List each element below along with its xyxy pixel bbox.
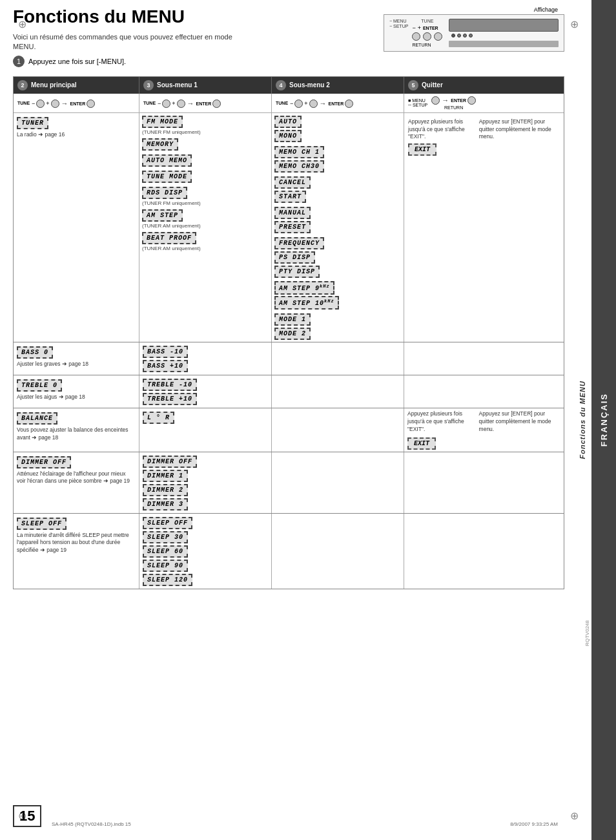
sleep-lcd: SLEEP OFF: [17, 518, 67, 530]
bass-col3: [272, 342, 404, 375]
header-area: Fonctions du MENU Voici un résumé des co…: [13, 6, 564, 72]
col1-header: 2 Menu principal: [14, 77, 139, 94]
sleep-col3: [272, 514, 404, 589]
tuner-am-step: AM STEP (TUNER AM uniquement): [142, 208, 269, 229]
balance-quitter-split: Appuyez plusieurs fois jusqu'à ce que s'…: [407, 410, 560, 434]
col3-label: Sous-menu 2: [289, 81, 330, 89]
col4-label: Quitter: [422, 81, 443, 89]
tuner-quitter: Appuyez plusieurs fois jusqu'à ce que s'…: [404, 113, 564, 342]
headers-row: 2 Menu principal 3 Sous-menu 1 4 Sous-me…: [14, 77, 564, 94]
exit-lcd-2: EXIT: [407, 437, 436, 450]
bass-desc: Ajuster les graves ➜ page 18: [17, 361, 136, 368]
col4-num: 5: [408, 80, 418, 90]
quitter-right: Appuyez sur [ENTER] pour quitter complèt…: [479, 118, 560, 158]
tuner-automemo-sub: CANCEL START: [274, 175, 401, 204]
sleep-col4: [404, 514, 564, 589]
side-tab-text: FRANÇAIS: [599, 393, 609, 446]
device-section: Affichage − MENU − SETUP TUNE − +: [384, 6, 564, 52]
sleep-desc: La minuterie d'arrêt différé SLEEP peut …: [17, 532, 136, 554]
footer-left: SA-HR45 (RQTV0248-1D).indb 15: [52, 821, 131, 827]
page-title: Fonctions du MENU: [13, 6, 384, 27]
balance-quitter: Appuyez plusieurs fois jusqu'à ce que s'…: [404, 408, 564, 452]
crosshair-tr: ⊕: [570, 18, 579, 30]
col4-controls: ■ MENU ─ SETUP → ENTER RETURN: [404, 94, 564, 112]
bass-section: BASS 0 Ajuster les graves ➜ page 18 BASS…: [14, 342, 564, 375]
treble-col3: [272, 375, 404, 408]
title-section: Fonctions du MENU Voici un résumé des co…: [13, 6, 384, 72]
col3-header: 4 Sous-menu 2: [272, 77, 404, 94]
balance-quitter-right: Appuyez sur [ENTER] pour quitter complèt…: [479, 410, 560, 434]
col4-header: 5 Quitter: [404, 77, 564, 94]
col2-label: Sous-menu 1: [157, 81, 198, 89]
tuner-tune-mode: TUNE MODE: [142, 169, 269, 184]
tuner-fm-sub: AUTO MONO: [274, 114, 401, 143]
main-content: Fonctions du MENU Voici un résumé des co…: [13, 6, 564, 589]
col1-label: Menu principal: [31, 81, 77, 89]
step1-text: Appuyez une fois sur [-MENU].: [28, 58, 126, 65]
dimmer-col1: DIMMER OFF Atténuez l'éclairage de l'aff…: [14, 452, 139, 513]
treble-col2: TREBLE -10 TREBLE +10: [139, 375, 272, 408]
exit-lcd-2-container: EXIT: [407, 436, 560, 450]
tuner-amstep-sub: AM STEP 9kHz AM STEP 10kHz: [274, 280, 401, 311]
bass-col1: BASS 0 Ajuster les graves ➜ page 18: [14, 342, 139, 375]
tuner-auto-memo: AUTO MEMO: [142, 153, 269, 167]
tuner-memory: MEMORY: [142, 137, 269, 151]
quitter-split: Appuyez plusieurs fois jusqu'à ce que s'…: [408, 118, 560, 158]
side-tab: FRANÇAIS: [591, 0, 616, 840]
col3-num: 4: [276, 80, 286, 90]
exit-lcd-1: EXIT: [408, 143, 436, 156]
intro-text: Voici un résumé des commandes que vous p…: [13, 32, 252, 52]
dimmer-col3: [272, 452, 404, 513]
balance-col2: L ° R: [139, 408, 272, 452]
tuner-desc: La radio ➜ page 16: [17, 131, 136, 138]
col2-header: 3 Sous-menu 1: [139, 77, 272, 94]
balance-col1: BALANCE Vous pouvez ajuster la balance d…: [14, 408, 139, 452]
dimmer-col2: DIMMER OFF DIMMER 1 DIMMER 2 DIMMER 3: [139, 452, 272, 513]
bass-col2: BASS -10 BASS +10: [139, 342, 272, 375]
page-number: 15: [13, 805, 41, 827]
side-label-text: Fonctions du MENU: [579, 381, 586, 459]
tuner-fm-mode: FM MODE (TUNER FM uniquement): [142, 114, 269, 135]
balance-lcd: BALANCE: [17, 412, 57, 425]
tuner-memory-sub: MEMO CH 1 MEMO CH30: [274, 145, 401, 173]
treble-section: TREBLE 0 Ajuster les aigus ➜ page 18 TRE…: [14, 375, 564, 408]
dimmer-col4: [404, 452, 564, 513]
col2-controls: TUNE − + → ENTER: [139, 94, 272, 112]
balance-quitter-left: Appuyez plusieurs fois jusqu'à ce que s'…: [407, 410, 477, 434]
tuner-col1: TUNER La radio ➜ page 16: [14, 113, 139, 342]
col1-num: 2: [17, 80, 28, 90]
sleep-section: SLEEP OFF La minuterie d'arrêt différé S…: [14, 514, 564, 589]
dimmer-section: DIMMER OFF Atténuez l'éclairage de l'aff…: [14, 452, 564, 514]
quitter-left: Appuyez plusieurs fois jusqu'à ce que s'…: [408, 118, 477, 158]
treble-col1: TREBLE 0 Ajuster les aigus ➜ page 18: [14, 375, 139, 408]
tuner-col3: AUTO MONO MEMO CH 1 MEMO CH30 CANCEL STA…: [272, 113, 404, 342]
balance-desc: Vous pouvez ajuster la balance des encei…: [17, 426, 136, 441]
device-box: − MENU − SETUP TUNE − + ENTER: [384, 14, 564, 52]
col2-num: 3: [143, 80, 154, 90]
tuner-beat-proof: BEAT PROOF (TUNER AM uniquement): [142, 231, 269, 251]
bass-lcd: BASS 0: [17, 346, 53, 359]
bass-col4: [404, 342, 564, 375]
dimmer-lcd: DIMMER OFF: [17, 456, 71, 468]
tuner-col2: FM MODE (TUNER FM uniquement) MEMORY AUT…: [139, 113, 272, 342]
treble-lcd: TREBLE 0: [17, 379, 62, 392]
dimmer-desc: Atténuez l'éclairage de l'afficheur pour…: [17, 470, 136, 485]
sleep-col2: SLEEP OFF SLEEP 30 SLEEP 60 SLEEP 90 SLE…: [139, 514, 272, 589]
crosshair-tl: ⊕: [18, 18, 26, 30]
tuner-lcd: TUNER: [17, 117, 48, 129]
affichage-label: Affichage: [384, 6, 558, 13]
controls-row: TUNE − + → ENTER TUNE: [14, 94, 564, 113]
step1-circle: 1: [13, 56, 25, 67]
menu-grid: 2 Menu principal 3 Sous-menu 1 4 Sous-me…: [13, 76, 564, 589]
tuner-rds-disp: RDS DISP (TUNER FM uniquement): [142, 185, 269, 206]
treble-col4: [404, 375, 564, 408]
side-label: Fonctions du MENU: [573, 0, 591, 840]
col1-controls: TUNE − + → ENTER: [14, 94, 139, 112]
sleep-col1: SLEEP OFF La minuterie d'arrêt différé S…: [14, 514, 139, 589]
treble-desc: Ajuster les aigus ➜ page 18: [17, 394, 136, 401]
tuner-beatproof-sub: MODE 1 MODE 2: [274, 312, 401, 341]
page: FRANÇAIS Fonctions du MENU ⊕ ⊕ ⊕ ⊕ RQTV0…: [0, 6, 616, 589]
reg-number: RQTV0248: [584, 620, 590, 646]
tuner-rdsdisp-sub: FREQUENCY PS DISP PTY DISP: [274, 236, 401, 278]
col3-controls: TUNE − + → ENTER: [272, 94, 404, 112]
